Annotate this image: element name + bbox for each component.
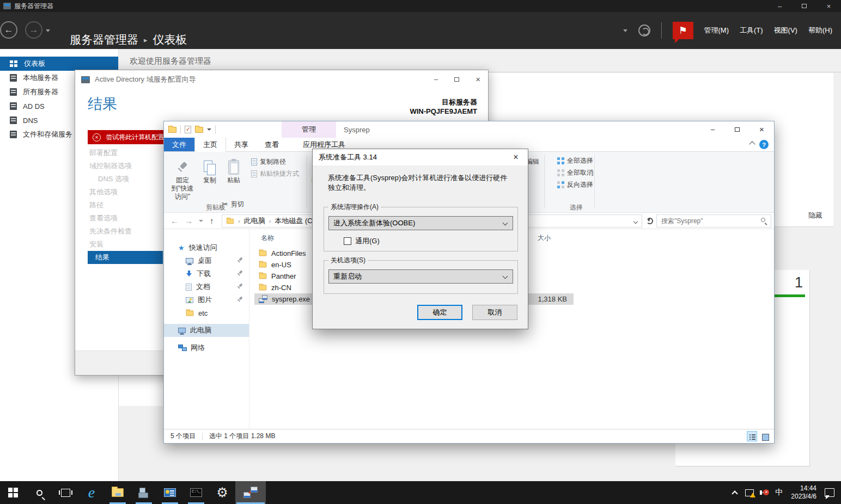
task-view-button[interactable] bbox=[52, 481, 78, 504]
select-none-icon bbox=[557, 169, 564, 176]
nav-item-pictures[interactable]: 图片 bbox=[164, 293, 249, 306]
wizard-step-installation[interactable]: 安装 bbox=[88, 238, 163, 251]
properties-check-icon[interactable] bbox=[185, 126, 191, 133]
breadcrumb-root[interactable]: 服务器管理器 bbox=[70, 32, 138, 47]
notifications-caret-icon[interactable] bbox=[623, 29, 627, 32]
refresh-icon[interactable] bbox=[638, 24, 650, 36]
taskbar-search-button[interactable] bbox=[26, 481, 52, 504]
paste-button[interactable]: 粘贴 bbox=[223, 155, 245, 185]
explorer-titlebar[interactable]: 管理 Sysprep – × bbox=[164, 121, 774, 138]
ribbon-collapse-icon[interactable] bbox=[749, 141, 755, 147]
minimize-icon[interactable]: – bbox=[767, 0, 792, 12]
taskbar-file-explorer[interactable] bbox=[105, 481, 131, 504]
select-all-button[interactable]: 全部选择 bbox=[557, 156, 593, 165]
nav-item-desktop[interactable]: 桌面 bbox=[164, 254, 249, 267]
close-icon[interactable]: × bbox=[749, 121, 774, 137]
taskbar-command-prompt[interactable] bbox=[183, 481, 209, 504]
search-input[interactable]: 搜索"Sysprep" bbox=[656, 214, 771, 228]
start-button[interactable] bbox=[0, 481, 26, 504]
adds-wizard-titlebar[interactable]: Active Directory 域服务配置向导 – × bbox=[75, 70, 488, 89]
forward-icon[interactable] bbox=[25, 21, 42, 39]
menu-tools[interactable]: 工具(T) bbox=[740, 26, 763, 35]
details-view-icon[interactable] bbox=[747, 431, 757, 441]
tab-share[interactable]: 共享 bbox=[226, 138, 257, 151]
action-center-icon[interactable] bbox=[825, 488, 834, 497]
address-dropdown-icon[interactable] bbox=[633, 219, 638, 224]
minimize-icon[interactable]: – bbox=[700, 121, 725, 137]
generalize-checkbox[interactable] bbox=[344, 237, 351, 245]
help-icon[interactable] bbox=[759, 140, 769, 149]
tab-home[interactable]: 主页 bbox=[194, 138, 226, 152]
menu-manage[interactable]: 管理(M) bbox=[704, 26, 729, 35]
wizard-step-paths[interactable]: 路径 bbox=[88, 199, 163, 212]
menu-view[interactable]: 视图(V) bbox=[774, 26, 797, 35]
nav-history-caret-icon[interactable] bbox=[46, 29, 50, 32]
column-header-name[interactable]: 名称 bbox=[261, 233, 274, 243]
volume-muted-icon[interactable] bbox=[762, 490, 767, 495]
shutdown-options-select[interactable]: 重新启动 bbox=[328, 269, 513, 284]
nav-item-documents[interactable]: 文档 bbox=[164, 280, 249, 293]
qat-customize-caret-icon[interactable] bbox=[207, 128, 211, 131]
notification-flag-icon[interactable] bbox=[673, 22, 693, 39]
cleanup-action-select[interactable]: 进入系统全新体验(OOBE) bbox=[328, 216, 513, 230]
tray-expand-icon[interactable] bbox=[732, 490, 738, 496]
copy-path-button[interactable]: 复制路径 bbox=[251, 157, 286, 167]
nav-item-quick-access[interactable]: 快速访问 bbox=[164, 241, 249, 254]
address-crumb-this-pc[interactable]: 此电脑 bbox=[244, 216, 265, 226]
search-icon[interactable] bbox=[761, 218, 765, 222]
up-icon[interactable]: ↑ bbox=[210, 216, 214, 225]
close-icon[interactable]: × bbox=[476, 75, 480, 84]
close-icon[interactable]: × bbox=[816, 0, 841, 12]
maximize-icon[interactable] bbox=[792, 0, 816, 12]
minimize-icon[interactable]: – bbox=[434, 75, 438, 83]
wizard-step-deployment[interactable]: 部署配置 bbox=[88, 146, 163, 159]
ribbon-contextual-manage-tab[interactable]: 管理 bbox=[282, 121, 336, 138]
back-icon[interactable]: ← bbox=[170, 216, 179, 225]
wizard-step-additional-options[interactable]: 其他选项 bbox=[88, 186, 163, 199]
copy-button[interactable]: 复制 bbox=[199, 155, 221, 185]
tab-file[interactable]: 文件 bbox=[164, 138, 194, 151]
maximize-icon[interactable] bbox=[725, 121, 749, 137]
nav-item-etc[interactable]: etc bbox=[164, 306, 249, 319]
breadcrumb-current[interactable]: 仪表板 bbox=[153, 32, 187, 47]
forward-icon[interactable]: → bbox=[185, 216, 193, 225]
refresh-icon[interactable] bbox=[647, 218, 653, 224]
taskbar-clock[interactable]: 14:44 2023/4/6 bbox=[791, 484, 816, 501]
paste-shortcut-button[interactable]: 粘贴快捷方式 bbox=[251, 169, 299, 179]
taskbar-sysprep[interactable] bbox=[235, 481, 266, 504]
nav-item-network[interactable]: 网络 bbox=[164, 341, 249, 354]
nav-item-this-pc[interactable]: 此电脑 bbox=[164, 324, 249, 337]
pin-to-quick-access-button[interactable]: 固定到"快速访问" bbox=[168, 155, 197, 201]
wizard-step-dns-options[interactable]: DNS 选项 bbox=[88, 173, 163, 186]
network-warning-icon[interactable] bbox=[745, 489, 754, 496]
new-folder-icon[interactable] bbox=[195, 127, 203, 133]
recent-locations-caret-icon[interactable] bbox=[199, 220, 203, 222]
hide-welcome-button[interactable]: 隐藏 bbox=[808, 211, 822, 220]
large-icons-view-icon[interactable] bbox=[759, 431, 770, 441]
sidebar-item-dashboard[interactable]: 仪表板 bbox=[0, 57, 118, 71]
select-none-button[interactable]: 全部取消 bbox=[557, 168, 593, 177]
taskbar-settings[interactable] bbox=[209, 481, 235, 504]
cancel-button[interactable]: 取消 bbox=[472, 305, 517, 320]
ime-indicator[interactable]: 中 bbox=[775, 488, 783, 497]
generalize-option[interactable]: 通用(G) bbox=[344, 236, 380, 246]
ok-button[interactable]: 确定 bbox=[417, 305, 462, 320]
tab-view[interactable]: 查看 bbox=[257, 138, 287, 151]
wizard-step-dc-options[interactable]: 域控制器选项 bbox=[88, 159, 163, 173]
taskbar-internet-explorer[interactable]: e bbox=[78, 481, 105, 504]
address-crumb-disk[interactable]: 本地磁盘 (C: bbox=[275, 216, 314, 226]
menu-help[interactable]: 帮助(H) bbox=[808, 26, 832, 35]
back-icon[interactable] bbox=[0, 21, 17, 39]
column-header-size[interactable]: 大小 bbox=[538, 233, 551, 243]
wizard-step-results[interactable]: 结果 bbox=[88, 251, 163, 264]
maximize-icon[interactable] bbox=[454, 75, 459, 83]
nav-item-downloads[interactable]: 下载 bbox=[164, 267, 249, 280]
taskbar-presentation-app[interactable] bbox=[157, 481, 183, 504]
close-icon[interactable]: × bbox=[504, 149, 528, 165]
taskbar-server-manager[interactable] bbox=[131, 481, 157, 504]
invert-selection-button[interactable]: 反向选择 bbox=[557, 180, 593, 189]
sysprep-dialog-titlebar[interactable]: 系统准备工具 3.14 bbox=[313, 149, 528, 165]
wizard-step-review[interactable]: 查看选项 bbox=[88, 212, 163, 225]
wizard-step-prereq-check[interactable]: 先决条件检查 bbox=[88, 225, 163, 238]
chevron-down-icon bbox=[503, 220, 508, 226]
